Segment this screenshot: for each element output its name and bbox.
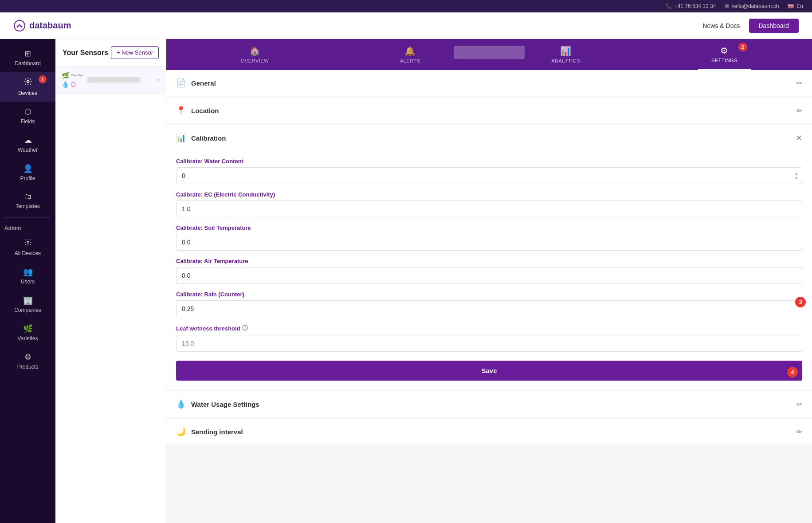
email-icon: ✉ xyxy=(725,3,729,9)
water-usage-section-header[interactable]: 💧 Water Usage Settings ✏ xyxy=(166,391,812,417)
flag-icon: 🇬🇧 xyxy=(788,3,794,9)
soil-temp-input[interactable] xyxy=(176,234,802,251)
spinner-up[interactable]: ▲ xyxy=(794,171,799,176)
air-temp-input[interactable] xyxy=(176,267,802,284)
ec-input[interactable] xyxy=(176,201,802,217)
rain-label: Calibrate: Rain (Counter) xyxy=(176,291,802,298)
phone-icon: 📞 xyxy=(666,3,672,9)
location-section-header[interactable]: 📍 Location ✏ xyxy=(166,98,812,123)
soil-temp-label: Calibrate: Soil Temperature xyxy=(176,224,802,231)
sidebar-label-weather: Weather xyxy=(18,147,38,153)
tab-settings[interactable]: ⚙ SETTINGS 2 xyxy=(698,39,751,70)
sidebar-item-fields[interactable]: ⬡ Fields xyxy=(0,102,55,130)
temp-icon: 〜〜 xyxy=(71,72,83,80)
general-section-left: 📄 General xyxy=(176,78,216,88)
location-title: Location xyxy=(191,107,219,114)
sensor-extra-icon: ⬡ xyxy=(71,81,76,88)
varieties-icon: 🌿 xyxy=(23,324,33,334)
topbar-email: ✉ hello@databaum.ch xyxy=(725,3,779,9)
spinner-down[interactable]: ▼ xyxy=(794,176,799,181)
calibration-body: Calibrate: Water Content ▲ ▼ xyxy=(166,151,812,389)
sidebar-item-dashboard[interactable]: ⊞ Dashboard xyxy=(0,43,55,72)
rain-icon: 💧 xyxy=(62,81,69,88)
blurred-sensor-name xyxy=(454,46,525,59)
news-docs-link[interactable]: News & Docs xyxy=(702,22,740,29)
sidebar-item-weather[interactable]: ☁ Weather xyxy=(0,130,55,158)
water-content-label: Calibrate: Water Content xyxy=(176,158,802,165)
header-nav: News & Docs Dashboard xyxy=(702,19,799,33)
sidebar-item-products[interactable]: ⚙ Products xyxy=(0,347,55,375)
sending-interval-title: Sending interval xyxy=(191,428,243,436)
tab-analytics-label: ANALYTICS xyxy=(551,58,580,63)
location-section: 📍 Location ✏ xyxy=(166,98,812,123)
leaf-wetness-input[interactable] xyxy=(176,335,802,352)
save-step-badge: 4 xyxy=(787,367,798,378)
calibration-close-icon[interactable]: ✕ xyxy=(796,133,802,143)
sidebar-item-templates[interactable]: 🗂 Templates xyxy=(0,187,55,215)
sidebar-item-varieties[interactable]: 🌿 Varieties xyxy=(0,319,55,347)
main-layout: ⊞ Dashboard Devices 1 ⬡ Fields ☁ Weather… xyxy=(0,39,812,523)
tab-analytics[interactable]: 📊 ANALYTICS xyxy=(538,39,593,70)
calibration-section-header[interactable]: 📊 Calibration ✕ xyxy=(166,125,812,151)
sensor-panel-header: Your Sensors + New Sensor xyxy=(55,39,166,67)
admin-label: Admin xyxy=(0,220,55,233)
leaf-wetness-field: Leaf wetness threshold ⓘ xyxy=(176,324,802,352)
water-usage-section: 💧 Water Usage Settings ✏ xyxy=(166,391,812,417)
general-icon: 📄 xyxy=(176,78,186,88)
calibration-title: Calibration xyxy=(191,134,226,142)
settings-content: 📄 General ✏ 📍 Location ✏ xyxy=(166,70,812,523)
svg-point-1 xyxy=(27,81,29,83)
general-title: General xyxy=(191,79,216,87)
sidebar-item-companies[interactable]: 🏢 Companies xyxy=(0,290,55,319)
water-content-input[interactable] xyxy=(176,167,802,184)
sending-interval-section: 🌙 Sending interval ✏ xyxy=(166,419,812,444)
rain-step-badge: 3 xyxy=(795,297,806,307)
overview-icon: 🏠 xyxy=(249,46,261,56)
general-section: 📄 General ✏ xyxy=(166,70,812,96)
analytics-icon: 📊 xyxy=(560,46,572,56)
tab-alerts[interactable]: 🔔 ALERTS xyxy=(387,39,434,70)
soil-temp-field: Calibrate: Soil Temperature xyxy=(176,224,802,251)
rain-input[interactable] xyxy=(176,300,802,317)
water-usage-edit-icon[interactable]: ✏ xyxy=(796,400,802,409)
tab-settings-label: SETTINGS xyxy=(711,58,737,63)
sensor-list-item[interactable]: 🌿 〜〜 💧 ⬡ › xyxy=(55,67,166,94)
location-edit-icon[interactable]: ✏ xyxy=(796,106,802,115)
sending-interval-section-header[interactable]: 🌙 Sending interval ✏ xyxy=(166,419,812,444)
water-usage-section-left: 💧 Water Usage Settings xyxy=(176,399,259,409)
sending-interval-icon: 🌙 xyxy=(176,427,186,436)
water-usage-title: Water Usage Settings xyxy=(191,401,259,408)
save-button[interactable]: Save xyxy=(176,361,802,381)
sidebar-item-users[interactable]: 👥 Users xyxy=(0,262,55,290)
topbar: 📞 +41 76 534 12 34 ✉ hello@databaum.ch 🇬… xyxy=(0,0,812,12)
sensor-name xyxy=(87,77,157,83)
sensor-arrow-icon: › xyxy=(157,76,160,84)
sidebar-item-all-devices[interactable]: All Devices xyxy=(0,233,55,262)
location-section-left: 📍 Location xyxy=(176,106,219,115)
sidebar-label-products: Products xyxy=(17,364,38,370)
dashboard-icon: ⊞ xyxy=(24,49,31,59)
tab-alerts-label: ALERTS xyxy=(400,58,420,63)
tab-nav: 🏠 OVERVIEW 🔔 ALERTS 📊 ANALYTICS ⚙ SETTIN… xyxy=(166,39,812,70)
devices-icon xyxy=(24,77,32,88)
ec-field: Calibrate: EC (Electric Conductivity) xyxy=(176,191,802,217)
calibration-section-left: 📊 Calibration xyxy=(176,133,226,143)
leaf-wetness-info-icon: ⓘ xyxy=(242,324,248,332)
sidebar-label-fields: Fields xyxy=(20,118,35,125)
sidebar-divider xyxy=(4,217,51,218)
general-section-header[interactable]: 📄 General ✏ xyxy=(166,70,812,96)
sidebar-item-profile[interactable]: 👤 Profile xyxy=(0,158,55,187)
sensor-panel: Your Sensors + New Sensor 🌿 〜〜 💧 ⬡ › xyxy=(55,39,166,523)
all-devices-icon xyxy=(24,238,32,248)
water-content-field: Calibrate: Water Content ▲ ▼ xyxy=(176,158,802,184)
tab-overview-label: OVERVIEW xyxy=(241,58,269,63)
sending-interval-edit-icon[interactable]: ✏ xyxy=(796,428,802,436)
general-edit-icon[interactable]: ✏ xyxy=(796,79,802,87)
new-sensor-button[interactable]: + New Sensor xyxy=(111,46,159,59)
tab-overview[interactable]: 🏠 OVERVIEW xyxy=(228,39,282,70)
location-icon: 📍 xyxy=(176,106,186,115)
dashboard-button[interactable]: Dashboard xyxy=(749,19,799,33)
sidebar-item-devices[interactable]: Devices 1 xyxy=(0,72,55,102)
sidebar-label-users: Users xyxy=(21,279,35,285)
sidebar-label-companies: Companies xyxy=(14,307,41,313)
